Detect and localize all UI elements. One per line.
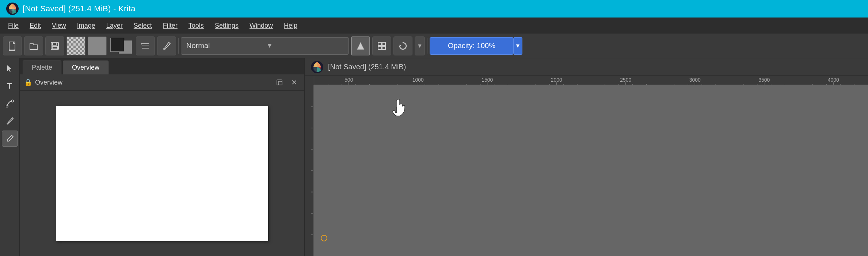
svg-rect-15 [378, 46, 381, 50]
opacity-control: Opacity: 100% ▼ [430, 37, 522, 55]
svg-rect-22 [278, 81, 282, 85]
svg-marker-11 [357, 42, 364, 50]
svg-marker-17 [400, 44, 401, 46]
menu-file[interactable]: File [3, 20, 24, 32]
menu-bar: File Edit View Image Layer Select Filter… [0, 18, 868, 34]
grid-button[interactable] [372, 36, 391, 55]
detach-panel-button[interactable] [274, 77, 285, 88]
layer-list-button[interactable] [136, 36, 155, 55]
canvas-origin-dot [321, 235, 327, 241]
cursor-overlay [387, 93, 408, 120]
opacity-button[interactable]: Opacity: 100% [430, 37, 514, 55]
canvas-document-title: [Not Saved] (251.4 MiB) [328, 63, 406, 71]
tab-overview[interactable]: Overview [63, 61, 108, 74]
svg-rect-14 [382, 42, 385, 46]
canvas-area: [Not Saved] (251.4 MiB) [305, 58, 868, 256]
pattern-swatch [66, 36, 85, 55]
menu-layer[interactable]: Layer [101, 20, 128, 32]
svg-rect-13 [378, 42, 381, 46]
menu-view[interactable]: View [47, 20, 71, 32]
toolbar-separator-2 [427, 38, 427, 54]
menu-help[interactable]: Help [279, 20, 302, 32]
close-panel-button[interactable]: ✕ [288, 77, 300, 88]
svg-rect-5 [52, 46, 57, 49]
left-panel: Palette Overview 🔒 Overview ✕ [20, 58, 305, 256]
overview-canvas-area [20, 91, 304, 256]
menu-image[interactable]: Image [72, 20, 100, 32]
toolbox: T [0, 58, 20, 256]
svg-rect-4 [53, 42, 56, 45]
new-document-button[interactable] [3, 36, 22, 55]
overview-panel-title: Overview [35, 79, 271, 86]
foreground-color-swatch[interactable] [110, 38, 124, 52]
toolbox-select-button[interactable] [2, 61, 18, 77]
toolbar-separator [178, 38, 179, 54]
main-area: T Palette Overview 🔒 Overview ✕ [0, 58, 868, 256]
menu-window[interactable]: Window [244, 20, 278, 32]
svg-point-10 [163, 48, 165, 50]
menu-edit[interactable]: Edit [24, 20, 46, 32]
svg-rect-21 [277, 80, 282, 85]
ruler-top [314, 76, 868, 85]
toolbox-transform-button[interactable] [2, 96, 18, 112]
refresh-button[interactable] [393, 36, 412, 55]
canvas-work-area[interactable] [313, 85, 868, 256]
more-options-button[interactable]: ▼ [415, 36, 425, 55]
title-bar: [Not Saved] (251.4 MiB) - Krita [0, 0, 868, 18]
krita-logo-icon [6, 2, 19, 15]
menu-settings[interactable]: Settings [210, 20, 244, 32]
canvas-document-header: [Not Saved] (251.4 MiB) [305, 58, 868, 76]
canvas-thumbnail [56, 106, 268, 241]
opacity-label: Opacity: 100% [448, 42, 495, 50]
save-document-button[interactable] [45, 36, 64, 55]
blend-mode-arrow-icon: ▼ [266, 42, 343, 50]
toolbox-text-button[interactable]: T [2, 78, 18, 94]
mirror-button[interactable] [351, 36, 370, 55]
close-icon: ✕ [291, 78, 297, 87]
canvas-work-row [305, 85, 868, 256]
lock-icon: 🔒 [24, 78, 32, 86]
blend-mode-dropdown[interactable]: Normal ▼ [181, 37, 349, 55]
title-text: [Not Saved] (251.4 MiB) - Krita [23, 4, 136, 13]
svg-marker-9 [141, 43, 143, 44]
color-swatches[interactable] [109, 36, 134, 55]
ruler-corner [305, 76, 314, 85]
toolbar: Normal ▼ ▼ Opacity: 100% ▼ [0, 34, 868, 58]
panel-tabs: Palette Overview [20, 58, 304, 74]
menu-tools[interactable]: Tools [183, 20, 209, 32]
open-document-button[interactable] [24, 36, 43, 55]
svg-point-20 [7, 123, 8, 125]
toolbox-paint-button[interactable] [2, 131, 18, 147]
more-options-arrow-icon: ▼ [417, 43, 423, 49]
overview-header: 🔒 Overview ✕ [20, 74, 304, 91]
menu-filter[interactable]: Filter [158, 20, 183, 32]
brush-settings-button[interactable] [157, 36, 176, 55]
gray-pattern-button[interactable] [88, 36, 107, 55]
svg-rect-16 [382, 46, 385, 50]
menu-select[interactable]: Select [129, 20, 157, 32]
toolbox-brush-button[interactable] [2, 113, 18, 129]
opacity-expand-icon: ▼ [515, 43, 521, 49]
text-tool-icon: T [7, 81, 12, 91]
tab-palette[interactable]: Palette [23, 61, 61, 74]
ruler-left [305, 85, 313, 256]
svg-point-1 [10, 7, 15, 11]
opacity-expand-button[interactable]: ▼ [514, 37, 522, 55]
canvas-krita-logo [311, 61, 324, 74]
blend-mode-value: Normal [186, 42, 263, 50]
